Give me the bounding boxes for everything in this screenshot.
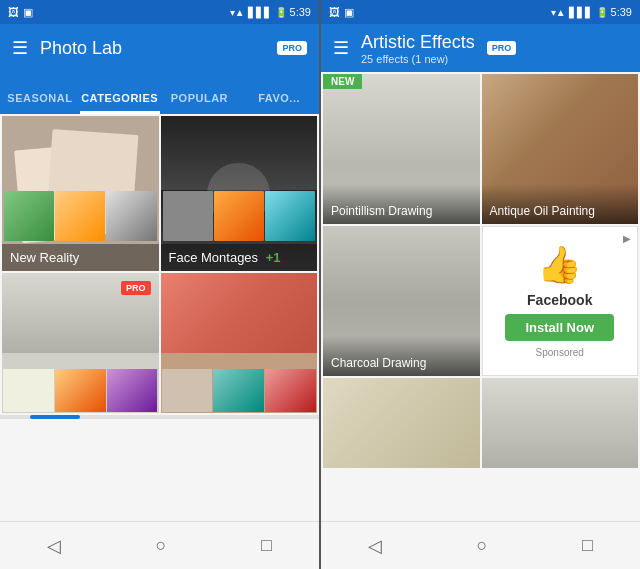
thumb-cartoon [213, 369, 264, 412]
app-bar-left: ☰ Photo Lab PRO [0, 24, 319, 72]
pro-badge-r[interactable]: PRO [487, 41, 517, 55]
left-panel: 🖼 ▣ ▾▲ ▋▋▋ 🔋 5:39 ☰ Photo Lab PRO SEASON… [0, 0, 319, 569]
app-subtitle-r: 25 effects (1 new) [361, 53, 475, 65]
status-bar-right: 🖼 ▣ ▾▲ ▋▋▋ 🔋 5:39 [321, 0, 640, 24]
status-icons-left: 🖼 ▣ [8, 6, 33, 19]
pro-badge[interactable]: PRO [277, 41, 307, 55]
photo-icon: 🖼 [8, 6, 19, 18]
tab-popular[interactable]: POPULAR [160, 92, 240, 114]
status-icons-right-r: ▾▲ ▋▋▋ 🔋 5:39 [551, 6, 632, 18]
tabs-bar: SEASONAL CATEGORIES POPULAR FAVO... [0, 72, 319, 114]
effect-label-charcoal: Charcoal Drawing [323, 336, 480, 376]
bottom-nav-right: ◁ ○ □ [321, 521, 640, 569]
right-panel: 🖼 ▣ ▾▲ ▋▋▋ 🔋 5:39 ☰ Artistic Effects 25 … [321, 0, 640, 569]
ad-sponsored: Sponsored [536, 347, 584, 358]
pro-overlay-badge: PRO [121, 281, 151, 295]
thumb-portrait [55, 191, 105, 241]
thumb-sketch1 [3, 369, 54, 412]
effect-antique-oil[interactable]: Antique Oil Painting [482, 74, 639, 224]
thumb-face2 [55, 369, 106, 412]
content-area-left: New Reality Face Montages +1 [0, 114, 319, 521]
thumb-tiger [214, 191, 264, 241]
back-button[interactable]: ◁ [47, 535, 61, 557]
tab-categories[interactable]: CATEGORIES [80, 92, 160, 114]
ad-tag: ▶ [623, 233, 631, 244]
signal-icon: ▋▋▋ [248, 7, 272, 18]
tab-seasonal[interactable]: SEASONAL [0, 92, 80, 114]
menu-icon[interactable]: ☰ [12, 37, 28, 59]
wifi-icon: ▾▲ [230, 7, 245, 18]
recent-button[interactable]: □ [261, 535, 272, 556]
effect-label-antique: Antique Oil Painting [482, 184, 639, 224]
thumb-red [265, 369, 316, 412]
effects-grid: NEW Pointillism Drawing Antique Oil Pain… [321, 72, 640, 378]
home-button-r[interactable]: ○ [477, 535, 488, 556]
app-title: Photo Lab [40, 38, 265, 59]
image-icon: ▣ [23, 6, 33, 19]
app-title-r: Artistic Effects [361, 32, 475, 53]
battery-icon-r: 🔋 [596, 7, 608, 18]
thumb-face1 [163, 191, 213, 241]
thumb-glasses [107, 369, 158, 412]
scroll-indicator[interactable] [0, 415, 319, 419]
effect-pointillism[interactable]: NEW Pointillism Drawing [323, 74, 480, 224]
grid-item-face-montages[interactable]: Face Montages +1 [161, 116, 318, 271]
scroll-thumb [30, 415, 80, 419]
effect-charcoal[interactable]: Charcoal Drawing [323, 226, 480, 376]
plus-badge: +1 [266, 250, 281, 265]
partial-effect-bottom-right[interactable] [482, 378, 639, 468]
image-icon-r: ▣ [344, 6, 354, 19]
status-icons-left-r: 🖼 ▣ [329, 6, 354, 19]
thumb-color1 [162, 369, 213, 412]
thumb-kids [265, 191, 315, 241]
menu-icon-r[interactable]: ☰ [333, 37, 349, 59]
app-title-group: Artistic Effects 25 effects (1 new) [361, 32, 475, 65]
time-display: 5:39 [290, 6, 311, 18]
thumb-nature [4, 191, 54, 241]
content-area-right: NEW Pointillism Drawing Antique Oil Pain… [321, 72, 640, 521]
grid-item-sketch[interactable]: PRO [2, 273, 159, 413]
grid-item-new-reality[interactable]: New Reality [2, 116, 159, 271]
home-button[interactable]: ○ [156, 535, 167, 556]
back-button-r[interactable]: ◁ [368, 535, 382, 557]
effect-label-pointillism: Pointillism Drawing [323, 184, 480, 224]
install-now-button[interactable]: Install Now [505, 314, 614, 341]
ad-title: Facebook [527, 292, 592, 308]
face-montages-label: Face Montages +1 [161, 244, 318, 271]
time-display-r: 5:39 [611, 6, 632, 18]
new-reality-label: New Reality [2, 244, 159, 271]
battery-icon: 🔋 [275, 7, 287, 18]
wifi-icon-r: ▾▲ [551, 7, 566, 18]
status-bar-left: 🖼 ▣ ▾▲ ▋▋▋ 🔋 5:39 [0, 0, 319, 24]
recent-button-r[interactable]: □ [582, 535, 593, 556]
tab-favorites[interactable]: FAVO... [239, 92, 319, 114]
status-icons-right: ▾▲ ▋▋▋ 🔋 5:39 [230, 6, 311, 18]
photo-icon-r: 🖼 [329, 6, 340, 18]
partial-effect-bottom-left[interactable] [323, 378, 480, 468]
grid-item-colorful[interactable] [161, 273, 318, 413]
ad-facebook: ▶ 👍 Facebook Install Now Sponsored [482, 226, 639, 376]
thumb-bw [106, 191, 156, 241]
bottom-nav-left: ◁ ○ □ [0, 521, 319, 569]
app-bar-right: ☰ Artistic Effects 25 effects (1 new) PR… [321, 24, 640, 72]
facebook-logo-icon: 👍 [537, 244, 582, 286]
signal-icon-r: ▋▋▋ [569, 7, 593, 18]
new-badge: NEW [323, 74, 362, 89]
